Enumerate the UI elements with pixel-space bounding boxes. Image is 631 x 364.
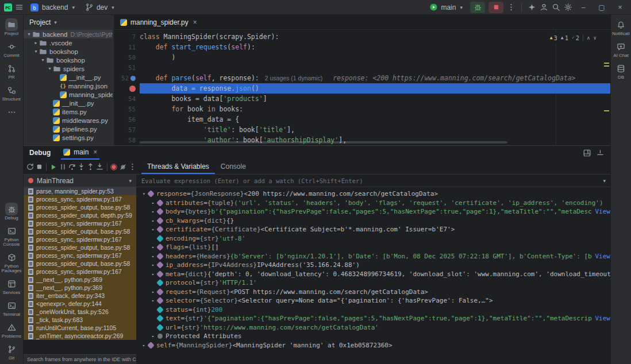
chevron-right-icon[interactable]: ▸ — [149, 254, 157, 259]
stack-frame-row[interactable]: process_spider_output, depth.py:59 — [24, 211, 136, 219]
variable-row[interactable]: ▸cb_kwargs = {dict} {} — [137, 216, 610, 226]
tab-threads-variables[interactable]: Threads & Variables — [141, 160, 215, 174]
variable-row[interactable]: ▸ip_address = {IPv4Address} IPv4Address(… — [137, 261, 610, 270]
editor-gutter[interactable]: 50 — [114, 52, 140, 63]
editor-gutter[interactable] — [114, 83, 140, 94]
chevron-down-icon[interactable]: ▾ — [33, 49, 39, 54]
settings-icon[interactable] — [564, 3, 572, 11]
stack-frame-row[interactable]: process_sync, spidermw.py:167 — [24, 235, 136, 243]
search-everywhere-icon[interactable] — [552, 3, 560, 11]
chevron-down-icon[interactable]: ▾ — [603, 178, 606, 184]
view-link[interactable]: View — [595, 315, 611, 322]
resume-button[interactable] — [49, 161, 57, 173]
tree-item[interactable]: ▾backendD:\Projects\PythonProj — [24, 30, 113, 38]
variable-row[interactable]: ▸body = {bytes} b'{"pagination":{"hasPre… — [137, 207, 610, 216]
inspections-widget[interactable]: ▲3▲1✓2∧∨ — [547, 32, 600, 44]
variable-row[interactable]: ▾response = {JsonResponse} <200 https://… — [137, 189, 610, 199]
code-line[interactable]: 54 books = data['products'] — [114, 94, 610, 104]
stack-frame-row[interactable]: parse, manning_spider.py:53 — [24, 187, 136, 195]
more-button[interactable] — [128, 161, 137, 173]
variable-row[interactable]: text = {str} '{"pagination":{"hasPrevPag… — [137, 314, 610, 323]
tree-item[interactable]: {}manning.json — [24, 82, 113, 90]
step-into-button[interactable] — [77, 161, 86, 173]
stop-button[interactable] — [35, 161, 44, 173]
editor-gutter[interactable]: 7 — [114, 32, 140, 42]
chevron-right-icon[interactable]: ▸ — [140, 343, 148, 348]
stack-frame-row[interactable]: process_sync, spidermw.py:167 — [24, 219, 136, 227]
chevron-down-icon[interactable]: ▾ — [40, 57, 46, 63]
mute-breakpoints-button[interactable] — [119, 161, 128, 173]
close-icon[interactable]: × — [93, 148, 97, 156]
tool-button-notifications[interactable]: Notificati — [610, 17, 631, 37]
chevron-right-icon[interactable]: ▸ — [149, 200, 157, 206]
run-to-cursor-button[interactable] — [95, 161, 104, 173]
tool-button-python-console[interactable]: Python Console — [1, 223, 22, 248]
tool-button-database[interactable]: DB — [610, 61, 631, 81]
close-icon[interactable]: × — [193, 18, 197, 26]
ok-icon[interactable]: ✓2 — [572, 33, 579, 43]
tree-item[interactable]: ▾spiders — [24, 64, 113, 73]
code-line[interactable]: 11 def start_requests(self): — [114, 42, 610, 52]
tool-button-python-packages[interactable]: Python Packages — [1, 250, 22, 274]
editor-gutter[interactable]: 56 — [114, 114, 140, 125]
tool-button-terminal[interactable]: Terminal — [1, 298, 22, 318]
variable-row[interactable]: ▸certificate = {Certificate} <Certificat… — [137, 225, 610, 234]
stack-frame-row[interactable]: runUntilCurrent, base.py:1105 — [24, 324, 136, 332]
breakpoint-icon[interactable] — [129, 86, 136, 92]
ai-assistant-icon[interactable] — [528, 3, 536, 11]
pause-button[interactable] — [59, 161, 67, 173]
maximize-button[interactable]: ▢ — [594, 1, 609, 14]
variable-row[interactable]: ▸selector = {Selector} <Selector query=N… — [137, 296, 610, 305]
chevron-down-icon[interactable]: ▾ — [26, 32, 32, 37]
warning-icon[interactable]: ▲3 — [550, 33, 557, 43]
editor-gutter[interactable]: 55 — [114, 104, 140, 114]
chevron-right-icon[interactable]: ▸ — [149, 245, 157, 250]
chevron-right-icon[interactable]: ▸ — [149, 209, 157, 214]
debug-button[interactable] — [470, 2, 485, 13]
run-configuration-widget[interactable]: main ▾ — [425, 2, 467, 13]
variable-row[interactable]: ▸Protected Attributes — [137, 332, 610, 341]
variable-row[interactable]: ▸attributes = {tuple} ('url', 'status', … — [137, 199, 610, 208]
code-line[interactable]: 50 ) — [114, 52, 610, 63]
tree-item[interactable]: ▾bookshop — [24, 47, 113, 56]
view-breakpoints-button[interactable] — [109, 161, 118, 173]
stack-frame-row[interactable]: iter_errback, defer.py:343 — [24, 292, 136, 300]
variable-row[interactable]: ▸meta = {dict} {'depth': 0, 'download_la… — [137, 270, 610, 279]
stack-frame-row[interactable]: __next__, python.py:369 — [24, 284, 136, 292]
usages-inlay-hint[interactable]: 2 usages (1 dynamic) — [265, 73, 322, 83]
tree-item[interactable]: items.py — [24, 107, 113, 116]
stack-frame-row[interactable]: process_spider_output, base.py:58 — [24, 203, 136, 211]
prev-problem-icon[interactable]: ∧ — [587, 33, 590, 43]
chevron-right-icon[interactable]: ▸ — [149, 218, 157, 223]
chevron-right-icon[interactable]: ▸ — [149, 289, 157, 295]
variable-row[interactable]: ▸request = {Request} <POST https://www.m… — [137, 288, 610, 297]
code-line[interactable]: 57 'title': book['title'], — [114, 125, 610, 135]
variable-row[interactable]: status = {int} 200 — [137, 305, 610, 315]
chevron-down-icon[interactable]: ▾ — [140, 191, 148, 196]
tree-item[interactable]: pipelines.py — [24, 125, 113, 133]
next-problem-icon[interactable]: ∨ — [594, 33, 597, 43]
project-panel-header[interactable]: Project ▾ — [24, 15, 114, 30]
stack-frame-row[interactable]: process_spider_output, base.py:58 — [24, 227, 136, 235]
tree-item[interactable]: ▸.vscode — [24, 38, 113, 47]
stack-frame-row[interactable]: process_sync, spidermw.py:167 — [24, 251, 136, 260]
main-menu-icon[interactable] — [15, 3, 24, 11]
variable-row[interactable]: ▸headers = {Headers} {b'Server': [b'ngin… — [137, 252, 610, 261]
stack-frame-row[interactable]: <genexpr>, defer.py:144 — [24, 300, 136, 308]
variable-row[interactable]: protocol = {str} 'HTTP/1.1' — [137, 278, 610, 288]
rerun-button[interactable] — [26, 161, 34, 173]
code-with-me-icon[interactable] — [540, 3, 548, 11]
stack-frame-row[interactable]: process_sync, spidermw.py:167 — [24, 268, 136, 276]
evaluate-expression-input[interactable] — [141, 177, 598, 184]
code-line[interactable]: 52 def parse(self, response):2 usages (1… — [114, 73, 610, 83]
chevron-down-icon[interactable]: ▾ — [47, 66, 53, 71]
tool-button-debug[interactable]: Debug — [1, 202, 22, 222]
code-line[interactable]: 55 for book in books: — [114, 104, 610, 114]
hide-panel-icon[interactable] — [596, 149, 605, 157]
stack-frame-row[interactable]: process_spider_output, base.py:58 — [24, 243, 136, 251]
stack-frame-row[interactable]: __next__, python.py:369 — [24, 276, 136, 284]
minimize-button[interactable]: – — [576, 1, 591, 14]
stack-frame-row[interactable]: _tick, task.py:683 — [24, 316, 136, 324]
tool-button-services[interactable]: Services — [1, 276, 22, 296]
thread-selector[interactable]: MainThread ▾ — [24, 175, 137, 187]
